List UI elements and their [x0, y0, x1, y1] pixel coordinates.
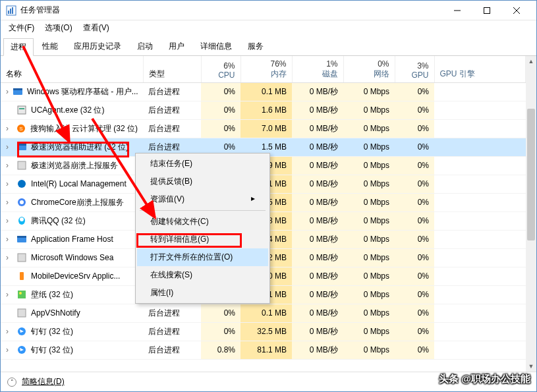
context-menu-item[interactable]: 结束任务(E) — [137, 155, 268, 173]
network-value: 0 Mbps — [343, 119, 395, 138]
col-disk[interactable]: 1%磁盘 — [292, 56, 343, 82]
scroll-down-arrow[interactable]: ▼ — [526, 361, 536, 372]
network-value: 0 Mbps — [343, 304, 395, 322]
gpu-value: 0% — [395, 322, 434, 341]
gpu-value: 0% — [395, 175, 434, 193]
expand-icon[interactable]: › — [6, 87, 9, 96]
expand-icon[interactable]: › — [6, 179, 13, 188]
disk-value: 0 MB/秒 — [292, 138, 343, 156]
menu-options[interactable]: 选项(O) — [41, 21, 76, 35]
process-row[interactable]: UCAgent.exe (32 位)后台进程0%1.6 MB0 MB/秒0 Mb… — [1, 101, 526, 119]
network-value: 0 Mbps — [343, 285, 395, 304]
memory-value: 1.6 MB — [240, 101, 292, 119]
menu-file[interactable]: 文件(F) — [5, 21, 38, 35]
memory-value: 81.1 MB — [240, 341, 292, 359]
svg-point-27 — [19, 292, 22, 294]
chevron-up-icon[interactable]: ˄ — [7, 378, 16, 387]
expand-icon[interactable]: › — [6, 198, 13, 207]
col-gpu-engine[interactable]: GPU 引擎 — [434, 56, 526, 82]
context-menu-item[interactable]: 打开文件所在的位置(O) — [137, 248, 268, 266]
col-memory[interactable]: 76%内存 — [240, 56, 292, 82]
context-menu-item[interactable]: 资源值(V)▸ — [137, 190, 268, 208]
memory-value: 0.1 MB — [240, 304, 292, 322]
brief-info-link[interactable]: 简略信息(D) — [22, 376, 65, 387]
col-type[interactable]: 类型 — [143, 56, 201, 82]
process-row[interactable]: ›S搜狗输入法 云计算代理 (32 位)后台进程0%7.0 MB0 MB/秒0 … — [1, 119, 526, 138]
svg-point-21 — [20, 217, 24, 221]
process-row[interactable]: ›钉钉 (32 位)后台进程0.8%81.1 MB0 MB/秒0 Mbps0% — [1, 341, 526, 359]
scroll-up-arrow[interactable]: ▲ — [526, 56, 536, 67]
expand-icon[interactable]: › — [6, 142, 13, 152]
process-row[interactable]: ›钉钉 (32 位)后台进程0%32.5 MB0 MB/秒0 Mbps0% — [1, 322, 526, 341]
disk-value: 0 MB/秒 — [292, 175, 343, 193]
col-gpu[interactable]: 3%GPU — [395, 56, 434, 82]
process-type: 后台进程 — [143, 119, 201, 138]
svg-rect-25 — [20, 272, 24, 280]
expand-icon[interactable]: › — [6, 327, 13, 336]
expand-icon[interactable]: › — [6, 235, 13, 244]
col-cpu[interactable]: 6%CPU — [201, 56, 240, 82]
process-name: ChromeCore崩溃上报服务 — [31, 197, 124, 208]
cpu-value: 0% — [201, 304, 240, 322]
tab-4[interactable]: 用户 — [161, 38, 192, 55]
process-row[interactable]: AppVShNotify后台进程0%0.1 MB0 MB/秒0 Mbps0% — [1, 304, 526, 322]
gpu-value: 0% — [395, 193, 434, 211]
process-name: 壁纸 (32 位) — [31, 289, 73, 300]
context-menu-item[interactable]: 转到详细信息(G) — [137, 231, 268, 248]
gpu-value: 0% — [395, 267, 434, 285]
gpu-value: 0% — [395, 341, 434, 359]
svg-rect-10 — [18, 106, 26, 114]
minimize-button[interactable] — [442, 1, 472, 20]
expand-icon[interactable]: › — [6, 253, 13, 262]
disk-value: 0 MB/秒 — [292, 119, 343, 138]
disk-value: 0 MB/秒 — [292, 322, 343, 341]
tab-3[interactable]: 启动 — [130, 38, 160, 55]
expand-icon[interactable]: › — [6, 216, 13, 225]
disk-value: 0 MB/秒 — [292, 211, 343, 230]
expand-icon[interactable]: › — [6, 290, 13, 299]
menu-view[interactable]: 查看(V) — [79, 21, 113, 35]
col-network[interactable]: 0%网络 — [343, 56, 395, 82]
expand-icon[interactable]: › — [6, 345, 13, 354]
network-value: 0 Mbps — [343, 230, 395, 248]
context-menu-item[interactable]: 提供反馈(B) — [137, 173, 268, 190]
expand-icon[interactable]: › — [6, 161, 13, 170]
process-name: 极速浏览器崩溃上报服务 — [31, 160, 118, 171]
tab-5[interactable]: 详细信息 — [193, 38, 239, 55]
disk-value: 0 MB/秒 — [292, 248, 343, 267]
network-value: 0 Mbps — [343, 101, 395, 119]
gpu-value: 0% — [395, 138, 434, 156]
cpu-value: 0.8% — [201, 341, 240, 359]
process-name: Intel(R) Local Management — [31, 179, 127, 188]
expand-icon[interactable]: › — [6, 124, 12, 133]
scroll-thumb[interactable] — [527, 109, 535, 240]
svg-rect-1 — [8, 11, 9, 14]
svg-rect-9 — [13, 88, 22, 90]
context-menu-item[interactable]: 在线搜索(S) — [137, 266, 268, 284]
svg-rect-16 — [18, 161, 26, 169]
context-menu: 结束任务(E)提供反馈(B)资源值(V)▸创建转储文件(C)转到详细信息(G)打… — [135, 153, 270, 304]
tab-0[interactable]: 进程 — [3, 38, 34, 56]
close-button[interactable] — [501, 1, 531, 20]
process-type: 后台进程 — [143, 304, 201, 322]
gpu-value: 0% — [395, 156, 434, 175]
process-name: 钉钉 (32 位) — [31, 345, 73, 356]
context-menu-item[interactable]: 创建转储文件(C) — [137, 213, 268, 231]
process-row[interactable]: ›Windows 驱动程序基础 - 用户...后台进程0%0.1 MB0 MB/… — [1, 82, 526, 101]
svg-rect-5 — [484, 7, 490, 13]
process-name: AppVShNotify — [31, 308, 80, 318]
context-menu-item[interactable]: 属性(I) — [137, 284, 268, 302]
svg-point-17 — [18, 180, 26, 188]
network-value: 0 Mbps — [343, 138, 395, 156]
process-type: 后台进程 — [143, 322, 201, 341]
tab-1[interactable]: 性能 — [35, 38, 65, 55]
vertical-scrollbar[interactable]: ▲ ▼ — [526, 56, 536, 372]
tab-2[interactable]: 应用历史记录 — [67, 38, 128, 55]
tab-6[interactable]: 服务 — [240, 38, 271, 55]
maximize-button[interactable] — [472, 1, 501, 20]
gpu-value: 0% — [395, 304, 434, 322]
col-name[interactable]: 名称 — [1, 56, 143, 82]
process-name: 腾讯QQ (32 位) — [31, 215, 86, 227]
memory-value: 7.0 MB — [240, 119, 292, 138]
network-value: 0 Mbps — [343, 322, 395, 341]
